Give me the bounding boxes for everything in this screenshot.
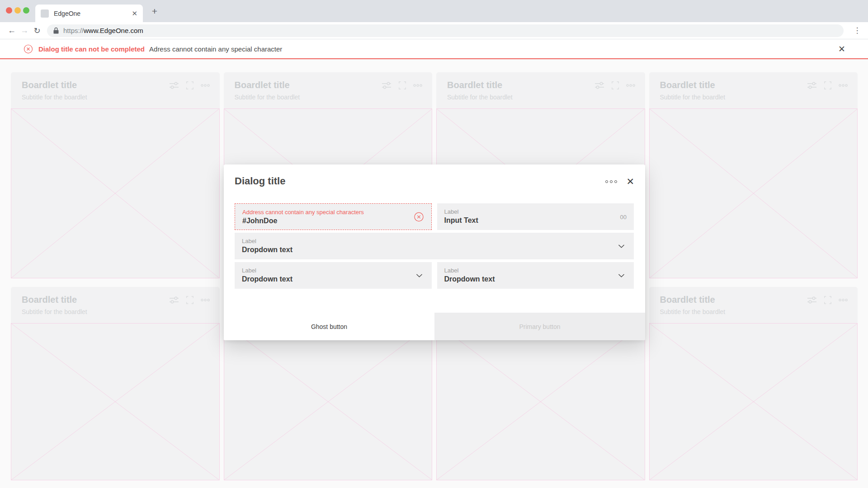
dropdown-right[interactable]: Label Dropdown text xyxy=(437,262,634,289)
address-input-value: #JohnDoe xyxy=(242,217,424,225)
dropdown-label: Label xyxy=(242,238,627,244)
dropdown-value: Dropdown text xyxy=(242,246,627,254)
boardlet-header: Boardlet title Subtitle for the boardlet xyxy=(11,72,220,108)
char-counter: 00 xyxy=(620,213,627,220)
boardlet-header: Boardlet title Subtitle for the boardlet xyxy=(649,72,858,108)
back-button[interactable]: ← xyxy=(5,24,18,37)
expand-icon[interactable] xyxy=(398,81,406,89)
boardlet-subtitle: Subtitle for the boardlet xyxy=(22,308,209,315)
boardlet-header: Boardlet title Subtitle for the boardlet xyxy=(649,287,858,323)
expand-icon[interactable] xyxy=(186,296,194,304)
more-dots-icon[interactable] xyxy=(839,299,848,301)
banner-message: Adress cannot contain any special charac… xyxy=(149,45,282,53)
tab-title: EdgeOne xyxy=(54,10,132,17)
expand-icon[interactable] xyxy=(611,81,619,89)
boardlet-card: Boardlet title Subtitle for the boardlet xyxy=(11,287,220,480)
boardlet-header: Boardlet title Subtitle for the boardlet xyxy=(11,287,220,323)
favicon-placeholder-icon xyxy=(41,9,49,18)
tab-close-icon[interactable]: ✕ xyxy=(132,10,137,17)
browser-toolbar: ← → ↻ https://www.EdgeOne.com ⋮ xyxy=(0,22,868,39)
input-label: Label xyxy=(444,208,627,215)
banner-close-icon[interactable]: ✕ xyxy=(838,45,845,53)
dropdown-label: Label xyxy=(242,267,425,274)
forward-button[interactable]: → xyxy=(18,24,31,37)
boardlet-subtitle: Subtitle for the boardlet xyxy=(447,94,634,101)
sliders-icon[interactable] xyxy=(169,296,179,304)
expand-icon[interactable] xyxy=(186,81,194,89)
browser-menu-button[interactable]: ⋮ xyxy=(852,26,863,35)
dropdown-value: Dropdown text xyxy=(242,275,425,283)
url-protocol: https:// xyxy=(63,27,84,34)
dialog-close-icon[interactable]: ✕ xyxy=(626,177,634,186)
expand-icon[interactable] xyxy=(824,81,832,89)
boardlet-subtitle: Subtitle for the boardlet xyxy=(660,308,847,315)
sliders-icon[interactable] xyxy=(594,82,604,89)
boardlet-card: Boardlet title Subtitle for the boardlet xyxy=(649,287,858,480)
more-dots-icon[interactable] xyxy=(201,299,210,301)
window-controls xyxy=(6,7,29,14)
field-error-circle-x-icon xyxy=(414,211,424,222)
chevron-down-icon xyxy=(416,273,423,277)
boardlet-subtitle: Subtitle for the boardlet xyxy=(660,94,847,101)
boardlet-subtitle: Subtitle for the boardlet xyxy=(235,94,422,101)
dropdown-label: Label xyxy=(444,267,627,274)
more-dots-icon[interactable] xyxy=(839,84,848,87)
dropdown-left[interactable]: Label Dropdown text xyxy=(235,262,432,289)
input-value: Input Text xyxy=(444,216,627,225)
banner-title: Dialog title can not be completed xyxy=(38,45,145,53)
dialog-more-dots-icon[interactable] xyxy=(605,180,617,183)
address-input-error[interactable]: Address cannot contain any special chara… xyxy=(235,203,432,230)
sliders-icon[interactable] xyxy=(807,82,817,89)
primary-button[interactable]: Primary button xyxy=(434,313,645,340)
image-placeholder xyxy=(649,108,858,278)
ghost-button[interactable]: Ghost button xyxy=(224,313,434,340)
chevron-down-icon xyxy=(618,244,625,248)
sliders-icon[interactable] xyxy=(382,82,392,89)
reload-button[interactable]: ↻ xyxy=(31,24,43,37)
more-dots-icon[interactable] xyxy=(413,84,422,87)
dialog: Dialog title ✕ Address cannot contain an… xyxy=(224,164,645,340)
address-error-label: Address cannot contain any special chara… xyxy=(242,209,424,216)
url-domain: www.EdgeOne.com xyxy=(84,27,143,34)
error-banner: Dialog title can not be completed Adress… xyxy=(0,39,868,59)
address-bar[interactable]: https://www.EdgeOne.com xyxy=(47,24,844,37)
chevron-down-icon xyxy=(618,273,625,277)
browser-tab[interactable]: EdgeOne ✕ xyxy=(35,5,143,22)
more-dots-icon[interactable] xyxy=(626,84,635,87)
image-placeholder xyxy=(224,323,433,480)
close-window-button[interactable] xyxy=(6,7,12,14)
sliders-icon[interactable] xyxy=(169,82,179,89)
dialog-body: Address cannot contain any special chara… xyxy=(235,203,634,289)
boardlet-header: Boardlet title Subtitle for the boardlet xyxy=(436,72,645,108)
sliders-icon[interactable] xyxy=(807,296,817,304)
error-circle-x-icon xyxy=(24,44,33,54)
dropdown-full-width[interactable]: Label Dropdown text xyxy=(235,233,634,259)
boardlet-header: Boardlet title Subtitle for the boardlet xyxy=(224,72,433,108)
dialog-footer: Ghost button Primary button xyxy=(224,313,645,340)
dropdown-value: Dropdown text xyxy=(444,275,627,283)
image-placeholder xyxy=(11,323,220,480)
lock-icon xyxy=(53,27,59,34)
minimize-window-button[interactable] xyxy=(14,7,21,14)
boardlet-card: Boardlet title Subtitle for the boardlet xyxy=(649,72,858,278)
text-input[interactable]: Label Input Text 00 xyxy=(437,203,634,230)
maximize-window-button[interactable] xyxy=(23,7,29,14)
image-placeholder xyxy=(649,323,858,480)
boardlet-card: Boardlet title Subtitle for the boardlet xyxy=(11,72,220,278)
image-placeholder xyxy=(436,323,645,480)
url-text: https://www.EdgeOne.com xyxy=(63,27,143,34)
expand-icon[interactable] xyxy=(824,296,832,304)
more-dots-icon[interactable] xyxy=(201,84,210,87)
dialog-title: Dialog title xyxy=(235,175,285,187)
new-tab-button[interactable]: + xyxy=(149,6,160,17)
image-placeholder xyxy=(11,108,220,278)
boardlet-subtitle: Subtitle for the boardlet xyxy=(22,94,209,101)
browser-chrome: EdgeOne ✕ + xyxy=(0,0,868,22)
